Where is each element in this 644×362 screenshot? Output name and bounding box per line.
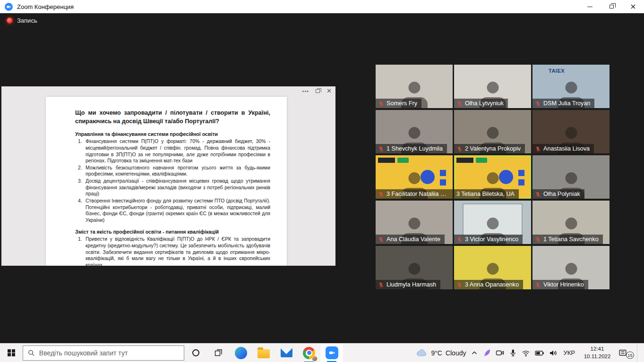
edge-taskbar-button[interactable] — [230, 344, 252, 362]
weather-temperature: 9°C — [431, 349, 442, 357]
muted-mic-icon — [456, 146, 463, 152]
document-section-heading: Управління та фінансування системи профе… — [75, 131, 270, 137]
mail-icon — [281, 348, 292, 357]
camera-icon[interactable] — [496, 349, 504, 357]
participant-tile-facilitator-nataliia[interactable]: 3 Facilitator Nataliia P... — [376, 155, 453, 199]
document-restore-icon[interactable] — [316, 89, 320, 93]
recording-indicator: Запись — [7, 17, 37, 24]
document-list-item: Фінансування системи П(ПТ)О у форматі: 7… — [75, 138, 270, 164]
participant-name-label: 1 Tetiana Savchenko — [532, 235, 603, 244]
participant-grid: Somers Fry Olha Lytvyniuk TAIEX DSM Juli… — [376, 65, 610, 289]
window-title: Zoom Конференция — [17, 3, 74, 10]
participant-tile-viktor-hrinenko[interactable]: Viktor Hrinenko — [532, 246, 610, 289]
participant-tile-victor-vasylinenco[interactable]: 3 Victor Vasylinenco — [454, 201, 531, 244]
document-list-item: Можливість безкоштовного навчання протяг… — [75, 165, 270, 177]
restore-button[interactable] — [601, 0, 622, 13]
cortana-button[interactable] — [184, 344, 207, 362]
muted-mic-icon — [456, 101, 463, 107]
wifi-icon[interactable] — [522, 349, 530, 357]
zoom-taskbar-button[interactable] — [320, 344, 343, 362]
notification-count-badge: 15 — [626, 352, 634, 359]
restore-icon — [610, 5, 614, 8]
participant-name-label: 3 Anna Opanasenko — [454, 280, 523, 289]
close-icon: × — [630, 3, 636, 10]
muted-mic-icon — [378, 191, 384, 197]
clock-date: 10.11.2022 — [581, 353, 614, 361]
taskbar-clock[interactable]: 12:41 10.11.2022 — [581, 345, 614, 360]
language-indicator[interactable]: УКР — [562, 349, 576, 356]
muted-mic-icon — [378, 236, 384, 243]
document-section-heading: Зміст та якість професійної освіти - пит… — [75, 229, 270, 235]
virtual-background-logos — [456, 158, 487, 163]
minimize-button[interactable] — [579, 0, 601, 13]
participant-tile-olha-polyniak[interactable]: Olha Polyniak — [532, 155, 610, 199]
participant-tile-tetiana-savchenko[interactable]: 1 Tetiana Savchenko — [532, 201, 610, 244]
muted-mic-icon — [535, 191, 541, 197]
show-desktop-button[interactable] — [637, 344, 639, 362]
participant-name-label: Somers Fry — [376, 99, 421, 108]
muted-mic-icon — [535, 146, 541, 152]
muted-mic-icon — [378, 101, 384, 107]
participant-tile-ana-claudia-valente[interactable]: Ana Cláudia Valente — [376, 201, 453, 244]
muted-mic-icon — [535, 236, 541, 243]
participant-tile-shevchyk-luydmila[interactable]: 1 Shevchyk Luydmila — [376, 110, 453, 153]
notification-center-button[interactable]: 15 — [618, 349, 632, 357]
document-close-icon[interactable]: ✕ — [326, 88, 332, 94]
participant-tile-somers-fry[interactable]: Somers Fry — [376, 65, 453, 108]
participant-tile-liudmyla-harmash[interactable]: Liudmyla Harmash — [376, 246, 453, 289]
muted-mic-icon — [378, 282, 384, 288]
muted-mic-icon — [456, 282, 463, 288]
participant-name-label: 3 Tetiana Biletska, UA — [454, 189, 519, 199]
mail-taskbar-button[interactable] — [275, 344, 298, 362]
meeting-content-area: Запись ••• ✕ Що ми хочемо запровадити / … — [0, 13, 644, 343]
zoom-meeting-window: Zoom Конференция × Запись ••• ✕ Що ми хо… — [0, 0, 644, 362]
participant-tile-tetiana-biletska-active-speaker[interactable]: 3 Tetiana Biletska, UA — [454, 155, 531, 199]
volume-icon[interactable] — [549, 349, 558, 357]
participant-name-label: 3 Victor Vasylinenco — [454, 235, 523, 244]
pen-icon[interactable] — [483, 349, 491, 357]
shared-document-window[interactable]: ••• ✕ Що ми хочемо запровадити / пілотув… — [1, 86, 335, 266]
minimize-icon — [587, 7, 592, 7]
participant-name-label: Liudmyla Harmash — [376, 280, 440, 289]
document-list: Привести у відповідність Кваліфікації П(… — [75, 236, 270, 266]
document-list-item: Створення Інвестиційного фонду для розви… — [75, 198, 270, 224]
windows-logo-icon — [8, 349, 15, 357]
document-list: Фінансування системи П(ПТ)О у форматі: 7… — [75, 138, 270, 223]
participant-tile-anastasiia-lisova[interactable]: Anastasiia Lisova — [532, 110, 610, 153]
weather-condition: Cloudy — [446, 349, 466, 357]
weather-widget[interactable]: 9°C Cloudy — [415, 349, 466, 357]
zoom-logo-icon — [5, 3, 13, 11]
file-explorer-taskbar-button[interactable] — [252, 344, 275, 362]
participant-name-label: 1 Shevchyk Luydmila — [376, 144, 447, 153]
participant-name-label: Olha Lytvyniuk — [454, 99, 508, 108]
document-list-item: Досвід децентралізації - співфінансуванн… — [75, 178, 270, 197]
battery-icon[interactable] — [535, 349, 544, 357]
muted-mic-icon — [535, 282, 541, 288]
edge-icon — [235, 347, 247, 359]
participant-tile-anna-opanasenko[interactable]: 3 Anna Opanasenko — [454, 246, 531, 289]
search-icon — [28, 349, 35, 357]
muted-mic-icon — [535, 101, 541, 107]
recording-label: Запись — [17, 17, 37, 24]
participant-name-label: 3 Facilitator Nataliia P... — [376, 189, 453, 199]
document-list-item: Привести у відповідність Кваліфікації П(… — [75, 236, 270, 266]
search-input[interactable] — [39, 349, 179, 357]
hidden-icons-chevron[interactable] — [471, 349, 478, 357]
close-button[interactable]: × — [622, 0, 644, 13]
cortana-icon — [192, 349, 199, 356]
participant-name-label: Ana Cláudia Valente — [376, 235, 445, 244]
system-tray: 9°C Cloudy — [415, 344, 644, 362]
document-title: Що ми хочемо запровадити / пілотувати / … — [75, 109, 270, 126]
participant-tile-olha-lytvyniuk[interactable]: Olha Lytvyniuk — [454, 65, 531, 108]
file-explorer-icon — [258, 349, 270, 358]
document-more-icon[interactable]: ••• — [302, 90, 309, 93]
participant-tile-dsm-julia-troyan[interactable]: TAIEX DSM Julia Troyan — [532, 65, 610, 108]
chrome-taskbar-button[interactable] — [298, 344, 320, 362]
participant-tile-valentyna-prokopiv[interactable]: 2 Valentyna Prokopiv — [454, 110, 531, 153]
participant-name-label: Anastasiia Lisova — [532, 144, 594, 153]
mic-icon[interactable] — [509, 349, 517, 357]
task-view-icon — [214, 349, 223, 357]
start-button[interactable] — [0, 344, 23, 362]
task-view-button[interactable] — [207, 344, 230, 362]
taskbar-search-box[interactable] — [23, 345, 184, 361]
